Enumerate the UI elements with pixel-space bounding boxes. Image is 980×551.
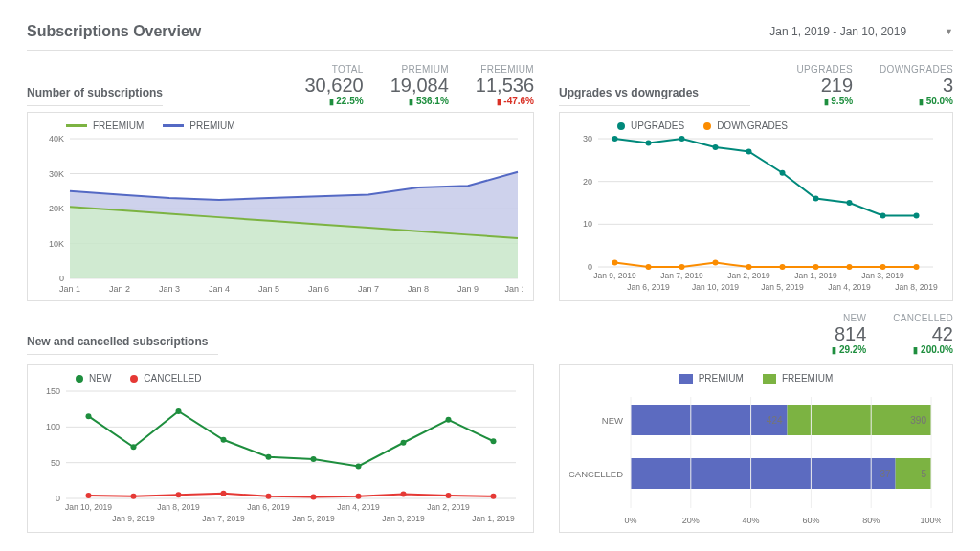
kpi-total: TOTAL 30,620 ▮ 22.5% (304, 64, 363, 106)
svg-text:40K: 40K (49, 135, 64, 143)
svg-text:0: 0 (588, 262, 592, 272)
svg-point-36 (880, 212, 886, 218)
arrow-up-icon: ▮ (329, 97, 334, 106)
svg-point-42 (746, 264, 752, 270)
svg-point-70 (266, 454, 272, 460)
header-row: Subscriptions Overview Jan 1, 2019 - Jan… (27, 23, 953, 40)
kpi-cancelled: CANCELLED 42 ▮ 200.0% (893, 313, 953, 355)
svg-text:50: 50 (51, 458, 60, 468)
svg-point-34 (813, 196, 819, 202)
svg-text:20: 20 (583, 177, 592, 187)
svg-point-47 (914, 264, 920, 270)
svg-point-31 (713, 144, 719, 150)
svg-text:30K: 30K (49, 169, 64, 179)
chart-svg: 050100150Jan 10, 2019Jan 9, 2019Jan 8, 2… (37, 387, 523, 527)
section-subscriptions: Number of subscriptions TOTAL 30,620 ▮ 2… (27, 64, 534, 301)
svg-text:Jan 3: Jan 3 (159, 284, 180, 294)
svg-text:Jan 10, 2019: Jan 10, 2019 (692, 282, 739, 292)
svg-text:10: 10 (583, 219, 592, 229)
svg-text:Jan 4, 2019: Jan 4, 2019 (828, 282, 871, 292)
svg-text:100%: 100% (920, 516, 941, 525)
svg-text:60%: 60% (802, 516, 819, 525)
svg-point-80 (266, 494, 272, 499)
svg-text:100: 100 (46, 422, 60, 431)
svg-text:Jan 7: Jan 7 (358, 284, 379, 294)
svg-text:150: 150 (46, 387, 60, 396)
kpi-freemium: FREEMIUM 11,536 ▮ -47.6% (476, 64, 534, 106)
svg-text:Jan 5, 2019: Jan 5, 2019 (761, 282, 804, 292)
divider (27, 50, 953, 51)
svg-text:Jan 5, 2019: Jan 5, 2019 (292, 514, 335, 523)
arrow-up-icon: ▮ (919, 97, 924, 106)
section-updown: Upgrades vs downgrades UPGRADES 219 ▮ 9.… (559, 64, 953, 301)
svg-text:20%: 20% (682, 516, 700, 525)
page-title: Subscriptions Overview (27, 23, 201, 40)
arrow-down-icon: ▮ (497, 97, 501, 106)
svg-text:Jan 3, 2019: Jan 3, 2019 (861, 271, 904, 280)
svg-text:390: 390 (910, 415, 926, 426)
chart-svg: NEW424390CANCELLED3750%20%40%60%80%100% (569, 387, 941, 527)
svg-point-72 (356, 463, 362, 469)
svg-point-82 (356, 494, 362, 499)
kpi-downgrades: DOWNGRADES 3 ▮ 50.0% (880, 64, 953, 106)
svg-point-41 (713, 260, 719, 266)
svg-text:424: 424 (767, 415, 783, 426)
svg-text:0: 0 (59, 274, 64, 283)
svg-text:0%: 0% (624, 516, 636, 525)
svg-text:5: 5 (921, 469, 926, 479)
svg-text:Jan 9, 2019: Jan 9, 2019 (112, 514, 155, 523)
svg-point-79 (221, 491, 227, 496)
section-title-newcancel: New and cancelled subscriptions (27, 335, 218, 355)
svg-text:Jan 9: Jan 9 (457, 284, 479, 294)
svg-point-66 (86, 413, 92, 419)
svg-text:Jan 2: Jan 2 (109, 284, 130, 294)
svg-text:Jan 6, 2019: Jan 6, 2019 (247, 502, 290, 512)
svg-text:30: 30 (583, 135, 592, 143)
arrow-up-icon: ▮ (832, 345, 836, 355)
svg-text:CANCELLED: CANCELLED (569, 469, 623, 479)
svg-text:Jan 7, 2019: Jan 7, 2019 (660, 271, 703, 280)
svg-text:Jan 9, 2019: Jan 9, 2019 (593, 271, 636, 280)
arrow-up-icon: ▮ (913, 345, 918, 355)
svg-point-33 (780, 170, 786, 176)
svg-rect-97 (631, 405, 788, 435)
section-title-updown: Upgrades vs downgrades (559, 86, 750, 106)
chart-newcancel-line: NEW CANCELLED 050100150Jan 10, 2019Jan 9… (27, 364, 534, 533)
svg-text:Jan 8, 2019: Jan 8, 2019 (895, 282, 938, 292)
svg-point-83 (401, 492, 407, 497)
svg-point-68 (176, 408, 182, 414)
svg-point-75 (491, 438, 497, 444)
kpi-upgrades: UPGRADES 219 ▮ 9.5% (797, 64, 854, 106)
svg-rect-102 (631, 458, 896, 489)
svg-text:Jan 10: Jan 10 (504, 284, 523, 294)
section-title-subs: Number of subscriptions (27, 86, 163, 106)
svg-point-76 (86, 493, 92, 498)
svg-point-39 (646, 264, 652, 270)
svg-text:Jan 1: Jan 1 (59, 284, 80, 294)
svg-text:Jan 2, 2019: Jan 2, 2019 (427, 502, 470, 512)
svg-text:Jan 7, 2019: Jan 7, 2019 (202, 514, 245, 523)
svg-point-38 (612, 260, 618, 266)
svg-point-81 (311, 495, 317, 500)
svg-text:80%: 80% (862, 516, 880, 525)
chart-newcancel-bar: PREMIUM FREEMIUM NEW424390CANCELLED3750%… (559, 364, 953, 533)
date-range-picker[interactable]: Jan 1, 2019 - Jan 10, 2019 ▼ (769, 25, 953, 38)
svg-point-46 (880, 264, 886, 270)
svg-point-43 (780, 264, 786, 270)
svg-text:Jan 3, 2019: Jan 3, 2019 (382, 514, 425, 523)
chart-svg: 010K20K30K40KJan 1Jan 2Jan 3Jan 4Jan 5Ja… (37, 135, 523, 296)
svg-text:Jan 4: Jan 4 (209, 284, 230, 294)
arrow-up-icon: ▮ (824, 97, 829, 106)
svg-text:Jan 4, 2019: Jan 4, 2019 (337, 502, 380, 512)
chart-updown-line: UPGRADES DOWNGRADES 0102030Jan 9, 2019Ja… (559, 112, 953, 301)
chart-subscriptions-area: FREEMIUM PREMIUM 010K20K30K40KJan 1Jan 2… (27, 112, 534, 301)
svg-point-35 (847, 200, 853, 206)
svg-point-32 (746, 148, 752, 154)
svg-text:Jan 10, 2019: Jan 10, 2019 (65, 502, 112, 512)
kpi-new: NEW 814 ▮ 29.2% (832, 313, 866, 355)
svg-point-84 (446, 493, 452, 498)
svg-point-67 (131, 444, 137, 450)
svg-point-78 (176, 492, 182, 497)
svg-point-29 (646, 140, 652, 145)
svg-point-74 (446, 417, 452, 423)
